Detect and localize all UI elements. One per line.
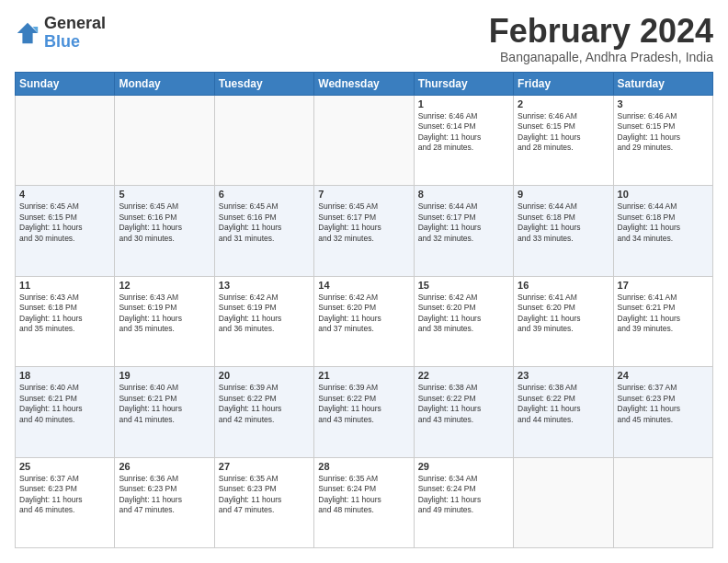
- calendar-cell: 19Sunrise: 6:40 AMSunset: 6:21 PMDayligh…: [115, 367, 214, 457]
- calendar-cell: 25Sunrise: 6:37 AMSunset: 6:23 PMDayligh…: [16, 457, 115, 547]
- day-number: 26: [119, 461, 210, 472]
- day-header-monday: Monday: [115, 73, 214, 96]
- day-info: Sunrise: 6:46 AMSunset: 6:15 PMDaylight:…: [518, 111, 609, 154]
- calendar-table: SundayMondayTuesdayWednesdayThursdayFrid…: [15, 72, 713, 548]
- week-row-4: 18Sunrise: 6:40 AMSunset: 6:21 PMDayligh…: [16, 367, 713, 457]
- days-header-row: SundayMondayTuesdayWednesdayThursdayFrid…: [16, 73, 713, 96]
- day-info: Sunrise: 6:44 AMSunset: 6:18 PMDaylight:…: [618, 201, 709, 244]
- day-number: 22: [418, 370, 509, 381]
- day-number: 23: [518, 370, 609, 381]
- calendar-cell: 1Sunrise: 6:46 AMSunset: 6:14 PMDaylight…: [414, 96, 513, 186]
- calendar-cell: 16Sunrise: 6:41 AMSunset: 6:20 PMDayligh…: [514, 276, 613, 366]
- day-info: Sunrise: 6:39 AMSunset: 6:22 PMDaylight:…: [318, 383, 409, 425]
- day-header-thursday: Thursday: [414, 73, 513, 96]
- day-info: Sunrise: 6:43 AMSunset: 6:19 PMDaylight:…: [119, 293, 210, 335]
- svg-marker-0: [17, 23, 38, 43]
- calendar-title: February 2024: [489, 15, 713, 48]
- logo: General Blue: [15, 15, 106, 52]
- week-row-1: 1Sunrise: 6:46 AMSunset: 6:14 PMDaylight…: [16, 96, 713, 186]
- day-info: Sunrise: 6:45 AMSunset: 6:17 PMDaylight:…: [318, 201, 409, 244]
- calendar-cell: [214, 96, 313, 186]
- day-number: 2: [518, 98, 609, 109]
- calendar-cell: 22Sunrise: 6:38 AMSunset: 6:22 PMDayligh…: [414, 367, 513, 457]
- day-info: Sunrise: 6:37 AMSunset: 6:23 PMDaylight:…: [618, 383, 709, 425]
- calendar-cell: [613, 457, 712, 547]
- day-number: 19: [119, 370, 210, 381]
- day-info: Sunrise: 6:43 AMSunset: 6:18 PMDaylight:…: [19, 293, 110, 335]
- week-row-2: 4Sunrise: 6:45 AMSunset: 6:15 PMDaylight…: [16, 186, 713, 276]
- day-info: Sunrise: 6:42 AMSunset: 6:19 PMDaylight:…: [219, 293, 310, 335]
- calendar-cell: 29Sunrise: 6:34 AMSunset: 6:24 PMDayligh…: [414, 457, 513, 547]
- day-number: 21: [318, 370, 409, 381]
- day-number: 25: [19, 461, 110, 472]
- day-number: 5: [119, 189, 210, 200]
- calendar-cell: 4Sunrise: 6:45 AMSunset: 6:15 PMDaylight…: [16, 186, 115, 276]
- day-number: 11: [19, 280, 110, 291]
- calendar-cell: 6Sunrise: 6:45 AMSunset: 6:16 PMDaylight…: [214, 186, 313, 276]
- day-info: Sunrise: 6:44 AMSunset: 6:18 PMDaylight:…: [518, 201, 609, 244]
- day-number: 9: [518, 189, 609, 200]
- day-number: 4: [19, 189, 110, 200]
- calendar-cell: 5Sunrise: 6:45 AMSunset: 6:16 PMDaylight…: [115, 186, 214, 276]
- calendar-cell: 21Sunrise: 6:39 AMSunset: 6:22 PMDayligh…: [314, 367, 414, 457]
- day-header-friday: Friday: [514, 73, 613, 96]
- day-number: 15: [418, 280, 509, 291]
- day-info: Sunrise: 6:37 AMSunset: 6:23 PMDaylight:…: [19, 474, 110, 516]
- calendar-cell: 28Sunrise: 6:35 AMSunset: 6:24 PMDayligh…: [314, 457, 414, 547]
- page: General Blue February 2024 Banganapalle,…: [0, 0, 728, 563]
- day-number: 13: [219, 280, 310, 291]
- calendar-cell: 12Sunrise: 6:43 AMSunset: 6:19 PMDayligh…: [115, 276, 214, 366]
- logo-text: General Blue: [44, 15, 106, 52]
- day-number: 7: [318, 189, 409, 200]
- day-number: 27: [219, 461, 310, 472]
- calendar-cell: 24Sunrise: 6:37 AMSunset: 6:23 PMDayligh…: [613, 367, 712, 457]
- day-header-saturday: Saturday: [613, 73, 712, 96]
- day-number: 29: [418, 461, 509, 472]
- day-info: Sunrise: 6:38 AMSunset: 6:22 PMDaylight:…: [518, 383, 609, 425]
- day-info: Sunrise: 6:44 AMSunset: 6:17 PMDaylight:…: [418, 201, 509, 244]
- calendar-cell: 13Sunrise: 6:42 AMSunset: 6:19 PMDayligh…: [214, 276, 313, 366]
- calendar-cell: 27Sunrise: 6:35 AMSunset: 6:23 PMDayligh…: [214, 457, 313, 547]
- calendar-cell: 11Sunrise: 6:43 AMSunset: 6:18 PMDayligh…: [16, 276, 115, 366]
- calendar-cell: 23Sunrise: 6:38 AMSunset: 6:22 PMDayligh…: [514, 367, 613, 457]
- day-info: Sunrise: 6:46 AMSunset: 6:14 PMDaylight:…: [418, 111, 509, 154]
- day-info: Sunrise: 6:41 AMSunset: 6:20 PMDaylight:…: [518, 293, 609, 335]
- day-info: Sunrise: 6:40 AMSunset: 6:21 PMDaylight:…: [119, 383, 210, 425]
- calendar-cell: 8Sunrise: 6:44 AMSunset: 6:17 PMDaylight…: [414, 186, 513, 276]
- day-info: Sunrise: 6:40 AMSunset: 6:21 PMDaylight:…: [19, 383, 110, 425]
- day-info: Sunrise: 6:45 AMSunset: 6:16 PMDaylight:…: [119, 201, 210, 244]
- day-info: Sunrise: 6:35 AMSunset: 6:23 PMDaylight:…: [219, 474, 310, 516]
- day-number: 8: [418, 189, 509, 200]
- day-info: Sunrise: 6:41 AMSunset: 6:21 PMDaylight:…: [618, 293, 709, 335]
- day-header-wednesday: Wednesday: [314, 73, 414, 96]
- calendar-cell: 20Sunrise: 6:39 AMSunset: 6:22 PMDayligh…: [214, 367, 313, 457]
- day-number: 3: [618, 98, 709, 109]
- day-number: 17: [618, 280, 709, 291]
- day-info: Sunrise: 6:45 AMSunset: 6:16 PMDaylight:…: [219, 201, 310, 244]
- calendar-cell: 2Sunrise: 6:46 AMSunset: 6:15 PMDaylight…: [514, 96, 613, 186]
- day-info: Sunrise: 6:46 AMSunset: 6:15 PMDaylight:…: [618, 111, 709, 154]
- day-info: Sunrise: 6:39 AMSunset: 6:22 PMDaylight:…: [219, 383, 310, 425]
- calendar-cell: 7Sunrise: 6:45 AMSunset: 6:17 PMDaylight…: [314, 186, 414, 276]
- day-number: 28: [318, 461, 409, 472]
- week-row-5: 25Sunrise: 6:37 AMSunset: 6:23 PMDayligh…: [16, 457, 713, 547]
- logo-icon: [15, 20, 40, 46]
- calendar-cell: [514, 457, 613, 547]
- day-number: 12: [119, 280, 210, 291]
- calendar-cell: 17Sunrise: 6:41 AMSunset: 6:21 PMDayligh…: [613, 276, 712, 366]
- calendar-cell: 14Sunrise: 6:42 AMSunset: 6:20 PMDayligh…: [314, 276, 414, 366]
- day-header-sunday: Sunday: [16, 73, 115, 96]
- day-info: Sunrise: 6:42 AMSunset: 6:20 PMDaylight:…: [418, 293, 509, 335]
- calendar-cell: 26Sunrise: 6:36 AMSunset: 6:23 PMDayligh…: [115, 457, 214, 547]
- calendar-cell: 9Sunrise: 6:44 AMSunset: 6:18 PMDaylight…: [514, 186, 613, 276]
- day-number: 14: [318, 280, 409, 291]
- title-block: February 2024 Banganapalle, Andhra Prade…: [489, 15, 713, 64]
- day-info: Sunrise: 6:34 AMSunset: 6:24 PMDaylight:…: [418, 474, 509, 516]
- calendar-cell: 18Sunrise: 6:40 AMSunset: 6:21 PMDayligh…: [16, 367, 115, 457]
- day-info: Sunrise: 6:42 AMSunset: 6:20 PMDaylight:…: [318, 293, 409, 335]
- day-header-tuesday: Tuesday: [214, 73, 313, 96]
- day-info: Sunrise: 6:36 AMSunset: 6:23 PMDaylight:…: [119, 474, 210, 516]
- day-number: 10: [618, 189, 709, 200]
- calendar-cell: 3Sunrise: 6:46 AMSunset: 6:15 PMDaylight…: [613, 96, 712, 186]
- day-info: Sunrise: 6:45 AMSunset: 6:15 PMDaylight:…: [19, 201, 110, 244]
